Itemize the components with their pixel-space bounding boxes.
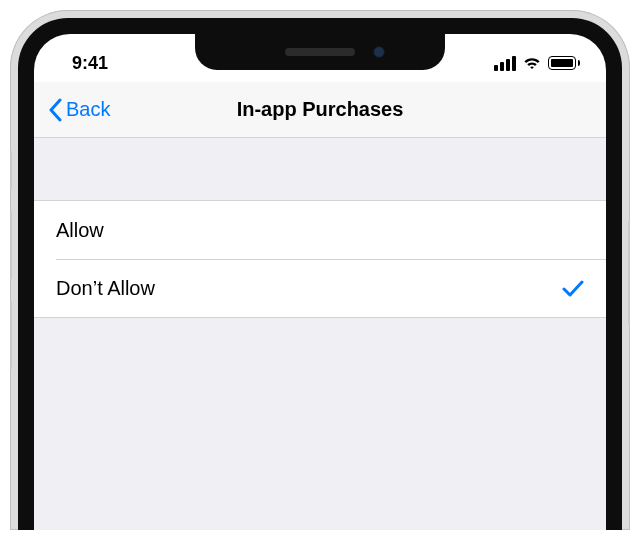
device-frame: 9:41 (10, 10, 630, 530)
section-spacer (34, 138, 606, 200)
battery-icon (548, 56, 580, 70)
option-group: Allow Don’t Allow (34, 200, 606, 318)
volume-up-button (10, 210, 12, 280)
content-area: Allow Don’t Allow (34, 138, 606, 530)
volume-down-button (10, 300, 12, 370)
option-label: Allow (56, 219, 104, 242)
speaker-grille (285, 48, 355, 56)
option-allow[interactable]: Allow (34, 201, 606, 259)
cellular-signal-icon (494, 56, 516, 71)
navigation-bar: Back In-app Purchases (34, 82, 606, 138)
notch (195, 34, 445, 70)
option-label: Don’t Allow (56, 277, 155, 300)
chevron-left-icon (48, 98, 62, 122)
wifi-icon (522, 56, 542, 70)
silence-switch (10, 150, 12, 190)
screen: 9:41 (34, 34, 606, 530)
page-title: In-app Purchases (237, 98, 404, 121)
option-dont-allow[interactable]: Don’t Allow (56, 259, 606, 317)
device-bezel: 9:41 (18, 18, 622, 530)
front-camera (373, 46, 385, 58)
back-label: Back (66, 98, 110, 121)
status-time: 9:41 (72, 53, 108, 74)
power-button (628, 220, 630, 325)
status-indicators (494, 56, 580, 71)
back-button[interactable]: Back (48, 98, 110, 122)
checkmark-icon (562, 280, 584, 298)
